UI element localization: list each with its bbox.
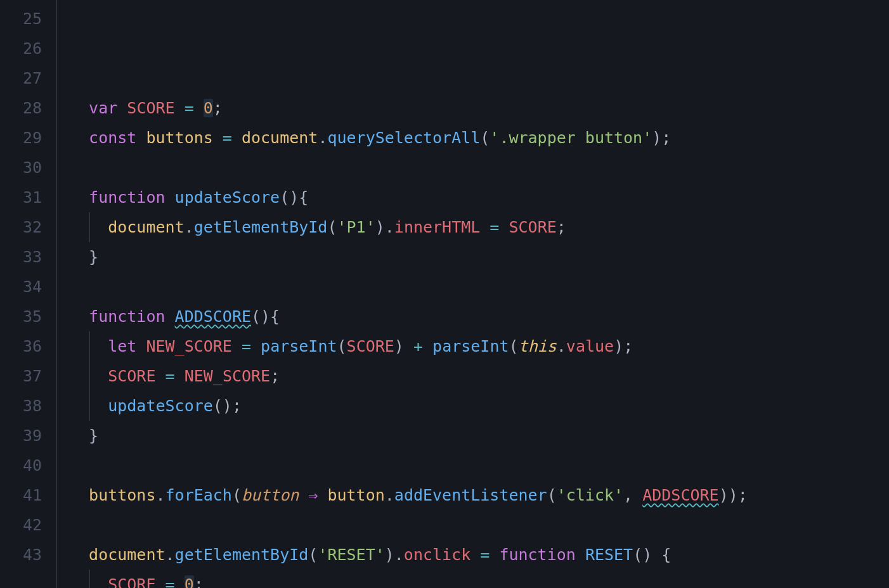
- code-token: buttons: [146, 129, 212, 147]
- code-token: =: [480, 546, 490, 564]
- code-line[interactable]: let NEW_SCORE = parseInt(SCORE) + parseI…: [70, 331, 889, 361]
- code-token: [480, 218, 490, 236]
- code-token: {: [661, 546, 671, 564]
- code-line[interactable]: SCORE = 0;: [70, 570, 889, 588]
- code-line[interactable]: const buttons = document.querySelectorAl…: [70, 123, 889, 153]
- code-token: 0: [204, 99, 213, 117]
- line-number: 39: [0, 421, 42, 451]
- line-number: 41: [0, 480, 42, 510]
- code-line[interactable]: buttons.forEach(button ⇒ button.addEvent…: [70, 480, 889, 510]
- code-token: document: [108, 218, 184, 236]
- code-line[interactable]: updateScore();: [70, 391, 889, 421]
- indent-whitespace: [70, 426, 89, 445]
- code-token: SCORE: [509, 218, 556, 236]
- code-token: [470, 546, 480, 564]
- code-line[interactable]: document.getElementById('P1').innerHTML …: [70, 212, 889, 242]
- line-number-gutter: 25 26 27 28 29 30 31 32 33 34 35 36 37 3…: [0, 0, 51, 588]
- code-token: NEW_SCORE: [185, 367, 270, 385]
- code-line[interactable]: [70, 153, 889, 182]
- code-token: (): [251, 307, 270, 326]
- code-token: (: [337, 337, 347, 355]
- code-token: (): [633, 546, 652, 564]
- code-token: }: [89, 426, 98, 445]
- fold-ruler: [51, 0, 70, 588]
- indent-guide: [89, 570, 90, 588]
- code-token: (: [480, 129, 490, 147]
- code-token: .: [185, 218, 194, 236]
- code-token: SCORE: [108, 575, 155, 588]
- code-token: [232, 337, 242, 355]
- code-token: [404, 337, 413, 355]
- line-number: 40: [0, 451, 42, 480]
- code-token: const: [89, 129, 146, 147]
- line-number: 33: [0, 242, 42, 272]
- code-line[interactable]: [70, 451, 889, 480]
- indent-guide: [89, 212, 90, 242]
- code-token: value: [566, 337, 614, 355]
- code-token: querySelectorAll: [327, 129, 480, 147]
- code-token: =: [223, 129, 232, 147]
- indent-guide: [89, 331, 90, 361]
- code-token: +: [413, 337, 423, 355]
- code-token: SCORE: [347, 337, 394, 355]
- code-token: {: [299, 188, 308, 207]
- code-line[interactable]: }: [70, 421, 889, 451]
- code-token: onclick: [404, 546, 470, 564]
- code-token: [194, 99, 204, 117]
- code-line[interactable]: }: [70, 242, 889, 272]
- code-line[interactable]: [70, 272, 889, 302]
- code-token: .: [385, 486, 394, 504]
- code-line[interactable]: document.getElementById('RESET').onclick…: [70, 540, 889, 570]
- code-line[interactable]: function ADDSCORE(){: [70, 302, 889, 331]
- code-token: (: [509, 337, 519, 355]
- code-token: )): [719, 486, 738, 504]
- indent-whitespace: [70, 307, 89, 326]
- code-token: =: [165, 575, 175, 588]
- code-token: getElementById: [194, 218, 328, 236]
- code-line[interactable]: SCORE = NEW_SCORE;: [70, 361, 889, 391]
- code-token: [499, 218, 509, 236]
- indent-whitespace: [70, 248, 89, 266]
- line-number: 26: [0, 34, 42, 63]
- indent-whitespace: [70, 99, 89, 117]
- code-token: [299, 486, 308, 504]
- code-token: =: [185, 99, 194, 117]
- code-token: [232, 129, 242, 147]
- code-token: ⇒: [308, 486, 318, 504]
- code-token: button: [242, 486, 299, 504]
- code-token: .: [155, 486, 165, 504]
- code-token: [175, 99, 185, 117]
- code-token: forEach: [165, 486, 232, 504]
- line-number: 27: [0, 63, 42, 93]
- indent-whitespace: [70, 129, 89, 147]
- code-token: ;: [194, 575, 204, 588]
- code-token: =: [165, 367, 175, 385]
- code-token: getElementById: [175, 546, 309, 564]
- code-editor[interactable]: 25 26 27 28 29 30 31 32 33 34 35 36 37 3…: [0, 0, 889, 588]
- code-token: [175, 367, 185, 385]
- code-token: .: [557, 337, 566, 355]
- code-token: document: [242, 129, 318, 147]
- code-token: parseInt: [261, 337, 337, 355]
- code-token: button: [327, 486, 384, 504]
- code-area[interactable]: var SCORE = 0; const buttons = document.…: [70, 0, 889, 588]
- code-token: [652, 546, 661, 564]
- code-token: [175, 575, 185, 588]
- indent-guide: [89, 391, 90, 421]
- code-token: function: [89, 307, 174, 326]
- code-token: [318, 486, 327, 504]
- vertical-guide: [56, 0, 57, 588]
- code-line[interactable]: var SCORE = 0;: [70, 93, 889, 123]
- code-token: addEventListener: [394, 486, 547, 504]
- code-token: function: [89, 188, 174, 207]
- code-token: .: [318, 129, 327, 147]
- line-number: 34: [0, 272, 42, 302]
- code-token: [633, 486, 642, 504]
- code-token: (: [547, 486, 557, 504]
- code-token: }: [89, 248, 98, 266]
- code-line[interactable]: [70, 510, 889, 540]
- code-token: ;: [270, 367, 280, 385]
- code-line[interactable]: function updateScore(){: [70, 182, 889, 212]
- code-token: ): [652, 129, 661, 147]
- code-token: SCORE: [108, 367, 155, 385]
